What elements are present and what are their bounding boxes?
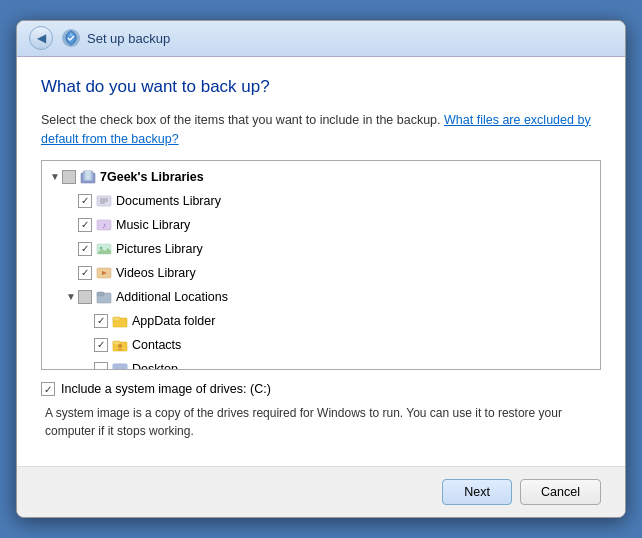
next-button[interactable]: Next bbox=[442, 479, 512, 505]
tree-item-contacts[interactable]: Contacts bbox=[76, 333, 598, 357]
checkbox-system-image[interactable] bbox=[41, 382, 55, 396]
label-documents: Documents Library bbox=[116, 191, 221, 211]
checkbox-desktop[interactable] bbox=[94, 362, 108, 370]
backup-tree[interactable]: ▼ 7Geek's Libraries bbox=[41, 160, 601, 370]
label-libraries: 7Geek's Libraries bbox=[100, 167, 204, 187]
icon-desktop bbox=[112, 362, 128, 370]
svg-point-20 bbox=[118, 344, 122, 348]
label-music: Music Library bbox=[116, 215, 190, 235]
back-button[interactable]: ◀ bbox=[29, 26, 53, 50]
checkbox-appdata[interactable] bbox=[94, 314, 108, 328]
svg-text:♪: ♪ bbox=[102, 221, 106, 230]
system-image-label: Include a system image of drives: (C:) bbox=[61, 382, 271, 396]
label-appdata: AppData folder bbox=[132, 311, 215, 331]
icon-documents bbox=[96, 194, 112, 208]
svg-rect-22 bbox=[113, 364, 127, 370]
tree-item-videos[interactable]: Videos Library bbox=[60, 261, 598, 285]
cancel-button[interactable]: Cancel bbox=[520, 479, 601, 505]
label-contacts: Contacts bbox=[132, 335, 181, 355]
expand-pictures bbox=[64, 241, 78, 257]
system-image-description: A system image is a copy of the drives r… bbox=[45, 404, 601, 440]
checkbox-videos[interactable] bbox=[78, 266, 92, 280]
icon-appdata bbox=[112, 314, 128, 328]
footer: Next Cancel bbox=[17, 466, 625, 517]
backup-window: ◀ Set up backup What do you want to back… bbox=[16, 20, 626, 519]
expand-additional[interactable]: ▼ bbox=[64, 289, 78, 305]
svg-rect-15 bbox=[97, 292, 104, 296]
svg-rect-3 bbox=[85, 170, 91, 180]
icon-music: ♪ bbox=[96, 218, 112, 232]
label-videos: Videos Library bbox=[116, 263, 196, 283]
window-title: Set up backup bbox=[87, 31, 170, 46]
backup-icon bbox=[61, 28, 81, 48]
expand-appdata bbox=[80, 313, 94, 329]
description-static: Select the check box of the items that y… bbox=[41, 113, 441, 127]
expand-libraries[interactable]: ▼ bbox=[48, 169, 62, 185]
expand-desktop bbox=[80, 361, 94, 370]
checkbox-libraries[interactable] bbox=[62, 170, 76, 184]
checkbox-additional[interactable] bbox=[78, 290, 92, 304]
checkbox-pictures[interactable] bbox=[78, 242, 92, 256]
tree-item-additional[interactable]: ▼ Additional Locations bbox=[60, 285, 598, 309]
content-area: What do you want to back up? Select the … bbox=[17, 57, 625, 467]
expand-music bbox=[64, 217, 78, 233]
title-bar: ◀ Set up backup bbox=[17, 21, 625, 57]
page-title: What do you want to back up? bbox=[41, 77, 601, 97]
tree-item-desktop[interactable]: Desktop bbox=[76, 357, 598, 370]
icon-pictures bbox=[96, 242, 112, 256]
expand-videos bbox=[64, 265, 78, 281]
system-image-row[interactable]: Include a system image of drives: (C:) bbox=[41, 382, 601, 396]
expand-contacts bbox=[80, 337, 94, 353]
icon-additional bbox=[96, 290, 112, 304]
tree-item-appdata[interactable]: AppData folder bbox=[76, 309, 598, 333]
icon-libraries bbox=[80, 170, 96, 184]
tree-item-libraries[interactable]: ▼ 7Geek's Libraries bbox=[44, 165, 598, 189]
icon-videos bbox=[96, 266, 112, 280]
checkbox-documents[interactable] bbox=[78, 194, 92, 208]
tree-item-pictures[interactable]: Pictures Library bbox=[60, 237, 598, 261]
checkbox-contacts[interactable] bbox=[94, 338, 108, 352]
label-pictures: Pictures Library bbox=[116, 239, 203, 259]
description-text: Select the check box of the items that y… bbox=[41, 111, 601, 149]
tree-item-documents[interactable]: Documents Library bbox=[60, 189, 598, 213]
tree-item-music[interactable]: ♪ Music Library bbox=[60, 213, 598, 237]
icon-contacts bbox=[112, 338, 128, 352]
label-additional: Additional Locations bbox=[116, 287, 228, 307]
label-desktop: Desktop bbox=[132, 359, 178, 370]
expand-documents bbox=[64, 193, 78, 209]
checkbox-music[interactable] bbox=[78, 218, 92, 232]
svg-rect-17 bbox=[113, 317, 120, 321]
